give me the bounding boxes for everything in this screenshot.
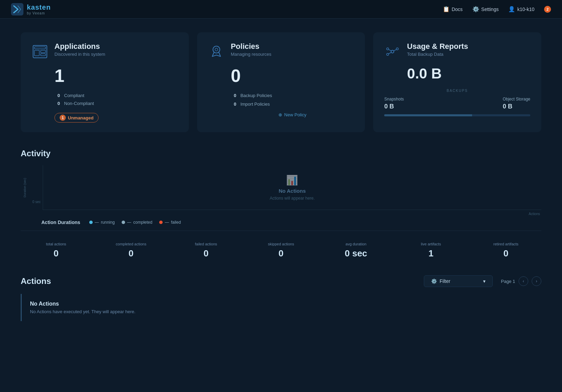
- import-policies-label: Import Policies: [241, 102, 270, 107]
- avg-duration-stat: avg duration 0 sec: [320, 242, 391, 259]
- backup-policies-stat: 0 Backup Policies: [231, 93, 354, 98]
- usage-title-group: Usage & Reports Total Backup Data: [407, 42, 468, 57]
- chart-area: 📊 No Actions Actions will appear here. A…: [43, 165, 541, 210]
- svg-rect-5: [41, 54, 45, 56]
- applications-subtitle: Discovered in this system: [54, 52, 105, 57]
- cards-row: Applications Discovered in this system 1…: [21, 32, 541, 132]
- snapshots-label: Snapshots: [384, 97, 404, 102]
- logo-name: kasten: [27, 3, 51, 11]
- logo-text: kasten by Veeam: [27, 3, 51, 15]
- svg-point-9: [387, 48, 389, 50]
- live-artifacts-label: live artifacts: [421, 242, 441, 246]
- user-menu[interactable]: 👤 k10-k10: [508, 6, 534, 12]
- stats-row: total actions 0 completed actions 0 fail…: [21, 236, 541, 264]
- notification-bell[interactable]: 2: [544, 6, 551, 13]
- user-label: k10-k10: [517, 7, 534, 12]
- usage-card: Usage & Reports Total Backup Data 0.0 B …: [373, 32, 541, 132]
- applications-title-group: Applications Discovered in this system: [54, 42, 105, 57]
- page-label: Page 1: [501, 279, 515, 284]
- retired-artifacts-label: retired artifacts: [493, 242, 519, 246]
- backups-row: Snapshots 0 B Object Storage 0 B: [384, 97, 530, 110]
- svg-point-6: [213, 46, 220, 53]
- filter-btn-left: ⚙️ Filter: [431, 278, 450, 284]
- filter-button[interactable]: ⚙️ Filter ▾: [424, 275, 493, 287]
- skipped-actions-value: 0: [278, 248, 283, 259]
- svg-point-8: [391, 50, 394, 53]
- failed-actions-label: failed actions: [195, 242, 217, 246]
- avg-duration-value: 0 sec: [345, 248, 367, 259]
- y-axis-zero: 0 sec: [29, 200, 43, 204]
- unmanaged-badge[interactable]: 1 Unmanaged: [54, 113, 99, 123]
- compliant-label: Compliant: [64, 93, 84, 98]
- legend-title: Action Durations: [41, 220, 80, 225]
- settings-icon: ⚙️: [472, 6, 479, 12]
- retired-artifacts-stat: retired artifacts 0: [470, 242, 541, 259]
- prev-page-button[interactable]: ‹: [519, 276, 528, 286]
- object-storage-item: Object Storage 0 B: [503, 97, 530, 110]
- skipped-actions-label: skipped actions: [268, 242, 294, 246]
- backup-policies-count: 0: [231, 93, 236, 98]
- backup-progress-bar: [384, 114, 530, 116]
- compliant-count: 0: [54, 93, 60, 98]
- object-storage-label: Object Storage: [503, 97, 530, 102]
- legend-dash-failed: —: [165, 220, 169, 225]
- policies-card: Policies Managing resources 0 0 Backup P…: [197, 32, 365, 132]
- compliant-stat: 0 Compliant: [54, 93, 178, 98]
- usage-title: Usage & Reports: [407, 42, 468, 51]
- svg-rect-4: [41, 50, 45, 53]
- usage-subtitle: Total Backup Data: [407, 52, 468, 57]
- applications-card-header: Applications Discovered in this system: [32, 42, 178, 60]
- svg-point-10: [396, 48, 398, 50]
- import-policies-stat: 0 Import Policies: [231, 102, 354, 107]
- unmanaged-count: 1: [60, 115, 66, 121]
- settings-link[interactable]: ⚙️ Settings: [472, 6, 499, 12]
- total-actions-value: 0: [54, 248, 59, 259]
- completed-actions-value: 0: [129, 248, 133, 259]
- filter-chevron-icon: ▾: [483, 278, 486, 284]
- policies-card-header: Policies Managing resources: [208, 42, 354, 60]
- applications-stats: 0 Compliant 0 Non-Compliant 1 Unmanaged: [54, 93, 178, 123]
- legend-dash-running: —: [95, 220, 99, 225]
- main-content: Applications Discovered in this system 1…: [0, 19, 562, 335]
- new-policy-plus-icon: ⊕: [278, 112, 282, 117]
- svg-point-7: [215, 48, 218, 51]
- chart-bar-icon: 📊: [286, 174, 298, 186]
- policy-stats: 0 Backup Policies 0 Import Policies ⊕ Ne…: [231, 93, 354, 117]
- svg-rect-2: [34, 47, 45, 49]
- navbar-left: kasten by Veeam: [11, 3, 51, 15]
- total-actions-label: total actions: [46, 242, 66, 246]
- new-policy-button[interactable]: ⊕ New Policy: [231, 112, 354, 117]
- actions-header: Actions ⚙️ Filter ▾ Page 1 ‹ ›: [21, 275, 541, 287]
- legend-failed-label: failed: [171, 220, 181, 225]
- skipped-actions-stat: skipped actions 0: [246, 242, 317, 259]
- failed-dot: [159, 221, 163, 224]
- chart-no-actions-sub: Actions will appear here.: [270, 196, 315, 201]
- backup-bar-fill: [384, 114, 472, 116]
- policies-count: 0: [231, 65, 354, 86]
- retired-artifacts-value: 0: [503, 248, 508, 259]
- no-actions-box: No Actions No Actions have executed yet.…: [21, 294, 541, 321]
- chart-legend: Action Durations — running — completed —…: [41, 220, 541, 225]
- filter-icon: ⚙️: [431, 278, 437, 284]
- backup-policies-label: Backup Policies: [241, 93, 272, 98]
- stats-divider: [21, 231, 541, 231]
- failed-actions-stat: failed actions 0: [171, 242, 242, 259]
- legend-completed: — completed: [122, 220, 152, 225]
- chart-no-actions-title: No Actions: [279, 188, 306, 194]
- filter-label: Filter: [440, 278, 450, 284]
- non-compliant-count: 0: [54, 101, 60, 106]
- avg-duration-label: avg duration: [346, 242, 367, 246]
- total-actions-stat: total actions 0: [21, 242, 92, 259]
- snapshots-item: Snapshots 0 B: [384, 97, 404, 110]
- next-page-button[interactable]: ›: [532, 276, 541, 286]
- notification-badge: 2: [544, 6, 551, 13]
- legend-running-label: running: [101, 220, 115, 225]
- user-icon: 👤: [508, 6, 515, 12]
- docs-label: Docs: [452, 7, 463, 12]
- y-axis-title: Duration (sec): [23, 178, 27, 198]
- navbar-right: 📋 Docs ⚙️ Settings 👤 k10-k10 2: [443, 6, 551, 13]
- no-actions-box-title: No Actions: [30, 301, 533, 307]
- docs-link[interactable]: 📋 Docs: [443, 6, 463, 12]
- chart-no-actions: 📊 No Actions Actions will appear here.: [270, 174, 315, 201]
- non-compliant-stat: 0 Non-Compliant: [54, 101, 178, 106]
